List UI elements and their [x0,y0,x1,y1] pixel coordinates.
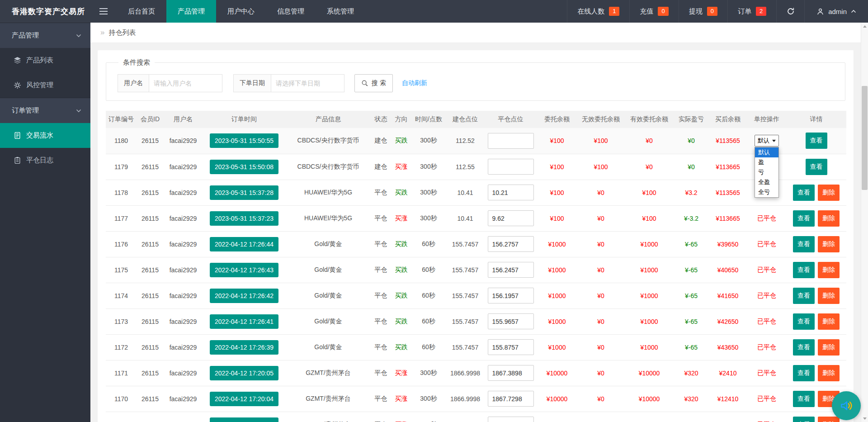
top-navbar: 香港数字资产交易所 后台首页产品管理用户中心信息管理系统管理 在线人数1充值0提… [0,0,868,23]
delete-button[interactable]: 删除 [818,185,840,201]
refresh-button[interactable] [776,0,804,23]
option-全亏[interactable]: 全亏 [755,187,778,197]
actual-profit-cell: ¥3.2 [674,180,708,205]
sidebar-item-平仓日志[interactable]: 平仓日志 [0,148,90,173]
delete-button[interactable]: 删除 [818,313,840,330]
view-button[interactable]: 查看 [793,185,815,201]
order-no-cell: 1171 [106,360,137,386]
order-no-cell: 1180 [106,128,137,154]
vertical-scrollbar[interactable] [861,23,868,422]
delete-button[interactable]: 删除 [818,365,840,381]
delete-button[interactable]: 删除 [818,262,840,278]
view-button[interactable]: 查看 [793,391,815,407]
scrollbar-thumb[interactable] [862,86,868,190]
order-time-cell: 2022-04-12 17:20:05 [203,360,286,386]
delete-button[interactable]: 删除 [818,417,840,422]
view-button[interactable]: 查看 [793,236,815,252]
product-cell: Gold/黄金 [286,334,371,360]
close-point-input[interactable] [488,417,534,422]
username-group: 用户名 [118,74,222,92]
delete-button[interactable]: 删除 [818,236,840,252]
option-盈[interactable]: 盈 [755,157,778,167]
consign-balance-cell: ¥10000 [537,386,577,412]
close-point-input[interactable] [488,365,534,381]
closed-status: 已平仓 [757,292,776,299]
sidebar-item-交易流水[interactable]: 交易流水 [0,123,90,148]
menu-item-信息管理[interactable]: 信息管理 [266,0,316,23]
view-button[interactable]: 查看 [793,365,815,381]
menu-item-系统管理[interactable]: 系统管理 [316,0,365,23]
menu-toggle-icon[interactable] [90,0,117,23]
stat-提现[interactable]: 提现0 [679,0,727,23]
view-button[interactable]: 查看 [793,417,815,422]
detail-cell: 查看 [786,154,846,180]
view-button[interactable]: 查看 [793,288,815,304]
valid-balance-cell: ¥1000 [624,257,674,283]
column-header-实际盈亏: 实际盈亏 [674,111,708,128]
consign-balance-cell: ¥1000 [548,241,566,248]
option-全盈[interactable]: 全盈 [755,177,778,187]
close-point-input[interactable] [488,339,534,355]
search-button[interactable]: 搜 索 [354,74,393,92]
view-button[interactable]: 查看 [806,133,827,149]
user-menu[interactable]: admin [804,0,868,23]
close-point-input[interactable] [488,288,534,303]
order-time-badge: 2022-04-12 17:26:44 [210,237,278,251]
consign-balance-cell: ¥100 [550,163,564,171]
valid-balance-cell: ¥100 [642,189,656,196]
stat-订单[interactable]: 订单2 [727,0,776,23]
audio-notification-button[interactable] [832,391,861,420]
delete-button[interactable]: 删除 [818,210,840,227]
scroll-up-arrow-icon[interactable] [861,23,868,30]
scroll-down-arrow-icon[interactable] [861,415,868,422]
sidebar-item-风控管理[interactable]: 风控管理 [0,73,90,98]
sidebar-item-label: 产品列表 [26,56,53,65]
order-date-input[interactable] [271,74,344,92]
status-cell: 平仓 [371,360,391,386]
close-point-input[interactable] [488,210,534,226]
valid-balance-cell: ¥1000 [624,231,674,257]
username-input[interactable] [149,74,222,92]
valid-balance-cell: ¥1000 [641,292,658,299]
order-time-cell: 2022-04-12 17:20:02 [203,412,286,422]
menu-item-后台首页[interactable]: 后台首页 [117,0,166,23]
close-point-input[interactable] [488,133,534,149]
status-cell: 平仓 [371,334,391,360]
menu-item-产品管理[interactable]: 产品管理 [166,0,216,23]
view-button[interactable]: 查看 [793,262,815,278]
close-point-input[interactable] [488,236,534,252]
status-cell: 平仓 [371,308,391,334]
view-button[interactable]: 查看 [806,159,827,175]
column-header-无效委托余额: 无效委托余额 [577,111,624,128]
actual-profit-cell: ¥0 [688,163,695,171]
close-point-input[interactable] [488,391,534,407]
top-menu: 后台首页产品管理用户中心信息管理系统管理 [117,0,365,23]
actual-profit-cell: ¥-65 [685,241,698,248]
close-point-input[interactable] [488,159,534,175]
order-no-cell: 1176 [106,231,137,257]
stat-充值[interactable]: 充值0 [629,0,678,23]
close-point-input[interactable] [488,313,534,329]
control-select[interactable]: 默认 [755,135,779,147]
view-button[interactable]: 查看 [793,339,815,356]
option-默认[interactable]: 默认 [755,147,778,157]
auto-refresh-link[interactable]: 自动刷新 [402,79,427,87]
invalid-balance-cell: ¥0 [577,334,624,360]
delete-button[interactable]: 删除 [818,288,840,304]
consign-balance-cell: ¥10000 [537,412,577,422]
actual-profit-cell: ¥0 [688,137,695,144]
close-point-input[interactable] [488,185,534,200]
stat-在线人数[interactable]: 在线人数1 [567,0,629,23]
sidebar-item-产品列表[interactable]: 产品列表 [0,48,90,73]
delete-button[interactable]: 删除 [818,339,840,356]
menu-item-用户中心[interactable]: 用户中心 [216,0,266,23]
view-button[interactable]: 查看 [793,210,815,227]
caret-down-icon [772,140,776,142]
sidebar-section-订单管理[interactable]: 订单管理 [0,98,90,123]
option-亏[interactable]: 亏 [755,167,778,177]
view-button[interactable]: 查看 [793,313,815,330]
actual-profit-cell: ¥-3.2 [674,205,708,231]
close-point-input[interactable] [488,262,534,278]
sidebar-section-产品管理[interactable]: 产品管理 [0,23,90,48]
product-cell: Gold/黄金 [286,231,371,257]
